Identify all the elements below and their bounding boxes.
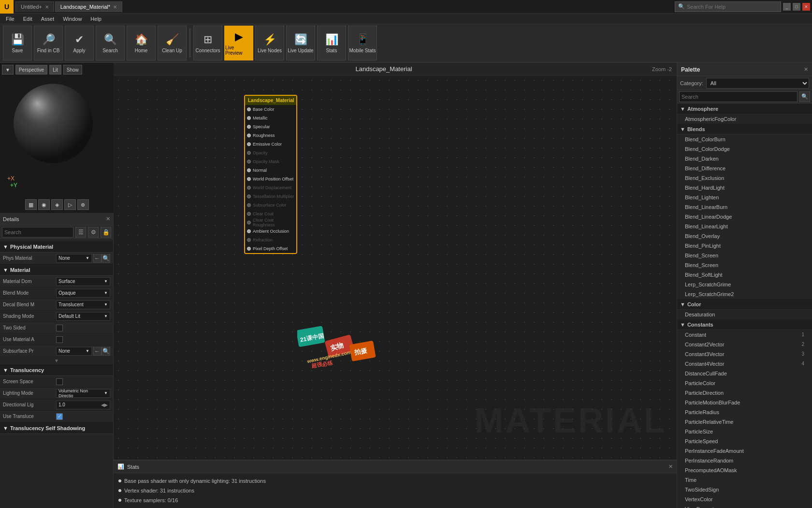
toolbar-mobilestats-button[interactable]: 📱 Mobile Stats <box>348 26 377 60</box>
pin-specular[interactable]: Specular <box>245 122 296 131</box>
menu-file[interactable]: File <box>2 14 18 24</box>
palette-section-atmosphere[interactable]: ▼ Atmosphere <box>677 104 812 114</box>
palette-item-particlesize[interactable]: ParticleSize <box>677 427 812 436</box>
palette-item-lerp-scratchgrime[interactable]: Lerp_ScratchGrime <box>677 280 812 289</box>
palette-item-particlecolor[interactable]: ParticleColor <box>677 378 812 388</box>
two-sided-checkbox[interactable] <box>56 325 63 331</box>
palette-item-vertexcolor[interactable]: VertexColor <box>677 494 812 504</box>
details-close-button[interactable]: ✕ <box>106 216 110 222</box>
toolbar-liveupdate-button[interactable]: 🔄 Live Update <box>286 26 315 60</box>
palette-item-time[interactable]: Time <box>677 475 812 485</box>
subsurface-search[interactable]: 🔍 <box>102 347 110 356</box>
menu-asset[interactable]: Asset <box>37 14 58 24</box>
vp-btn-1[interactable]: ▦ <box>25 199 37 210</box>
search-help-input[interactable] <box>687 4 778 10</box>
palette-item-blend-difference[interactable]: Blend_Difference <box>677 164 812 173</box>
phys-material-browse[interactable]: ← <box>93 254 102 263</box>
pin-metallic[interactable]: Metallic <box>245 114 296 122</box>
palette-search-input[interactable] <box>679 91 798 102</box>
decal-blend-value[interactable]: Translucent ▼ <box>56 300 110 309</box>
viewport-perspective-btn[interactable]: Perspective <box>15 65 47 75</box>
lighting-mode-value[interactable]: Volumetric Non Directio ▼ <box>56 389 110 398</box>
pin-base-color[interactable]: Base Color <box>245 105 296 114</box>
pin-emissive-color[interactable]: Emissive Color <box>245 140 296 149</box>
material-dom-value[interactable]: Surface ▼ <box>56 277 110 286</box>
toolbar-apply-button[interactable]: ✔ Apply <box>65 26 94 60</box>
palette-item-blend-pinlight[interactable]: Blend_PinLight <box>677 241 812 251</box>
details-lock-btn[interactable]: 🔒 <box>101 227 111 238</box>
pin-pixel-depth[interactable]: Pixel Depth Offset <box>245 244 296 253</box>
palette-item-blend-lighten[interactable]: Blend_Lighten <box>677 193 812 202</box>
palette-item-precomputedaomask[interactable]: PrecomputedAOMask <box>677 465 812 475</box>
viewport-lit-btn[interactable]: Lit <box>49 65 61 75</box>
palette-close-button[interactable]: ✕ <box>804 66 808 73</box>
toolbar-findincb-button[interactable]: 🔎 Find in CB <box>34 26 63 60</box>
viewport-arrow-btn[interactable]: ▼ <box>2 65 14 75</box>
toolbar-search-button[interactable]: 🔍 Search <box>96 26 125 60</box>
blend-mode-value[interactable]: Opaque ▼ <box>56 289 110 298</box>
palette-item-blend-screen-1[interactable]: Blend_Screen <box>677 251 812 260</box>
palette-item-blend-colorburn[interactable]: Blend_ColorBurn <box>677 134 812 144</box>
pin-roughness[interactable]: Roughness <box>245 131 296 140</box>
toolbar-home-button[interactable]: 🏠 Home <box>127 26 156 60</box>
section-translucency[interactable]: ▼ Translucency <box>0 364 113 376</box>
palette-item-blend-linearburn[interactable]: Blend_LinearBurn <box>677 202 812 212</box>
palette-item-lerp-scratchgrime2[interactable]: Lerp_ScratchGrime2 <box>677 289 812 299</box>
toolbar-livepreview-button[interactable]: ▶ Live Preview <box>224 26 253 60</box>
toolbar-connectors-button[interactable]: ⊞ Connectors <box>193 26 222 60</box>
material-node[interactable]: Landscape_Material Base Color Metallic S… <box>244 95 297 254</box>
use-material-a-checkbox[interactable] <box>56 336 63 343</box>
vp-btn-2[interactable]: ◉ <box>38 199 50 210</box>
menu-window[interactable]: Window <box>59 14 86 24</box>
vp-btn-3[interactable]: ◈ <box>51 199 63 210</box>
palette-item-blend-colordodge[interactable]: Blend_ColorDodge <box>677 144 812 154</box>
palette-item-blend-softlight[interactable]: Blend_SoftLight <box>677 270 812 280</box>
palette-item-desaturation[interactable]: Desaturation <box>677 310 812 319</box>
shading-mode-value[interactable]: Default Lit ▼ <box>56 312 110 321</box>
viewport-show-btn[interactable]: Show <box>63 65 82 75</box>
close-button[interactable]: ✕ <box>802 3 810 11</box>
tab-landscape-material[interactable]: Landscape_Material* ✕ <box>55 1 122 12</box>
palette-item-perinstancerandom[interactable]: PerInstanceRandom <box>677 456 812 465</box>
use-transluce-checkbox[interactable]: ✓ <box>56 413 63 420</box>
palette-section-blends[interactable]: ▼ Blends <box>677 124 812 134</box>
palette-search-button[interactable]: 🔍 <box>799 91 810 102</box>
minimize-button[interactable]: _ <box>783 3 791 11</box>
palette-item-particlemotionblurfade[interactable]: ParticleMotionBlurFade <box>677 398 812 407</box>
palette-item-twosidedsign[interactable]: TwoSidedSign <box>677 485 812 494</box>
palette-item-constant4vector[interactable]: Constant4Vector 4 <box>677 359 812 369</box>
palette-item-blend-exclusion[interactable]: Blend_Exclusion <box>677 173 812 183</box>
palette-item-blend-overlay[interactable]: Blend_Overlay <box>677 231 812 241</box>
vp-btn-5[interactable]: ⊕ <box>77 199 89 210</box>
palette-item-particlerelativetime[interactable]: ParticleRelativeTime <box>677 417 812 427</box>
palette-section-color[interactable]: ▼ Color <box>677 299 812 310</box>
tab-untitled[interactable]: Untitled+ ✕ <box>15 1 54 12</box>
details-list-view-btn[interactable]: ☰ <box>75 227 86 238</box>
toolbar-cleanup-button[interactable]: 🧹 Clean Up <box>158 26 187 60</box>
tab-close-untitled[interactable]: ✕ <box>45 4 49 10</box>
vp-btn-4[interactable]: ▷ <box>64 199 76 210</box>
toolbar-stats-button[interactable]: 📊 Stats <box>317 26 346 60</box>
node-canvas[interactable]: Landscape_Material Base Color Metallic S… <box>114 75 677 460</box>
palette-item-blend-darken[interactable]: Blend_Darken <box>677 154 812 164</box>
palette-item-constant2vector[interactable]: Constant2Vector 2 <box>677 340 812 349</box>
section-material[interactable]: ▼ Material <box>0 264 113 276</box>
phys-material-search[interactable]: 🔍 <box>102 254 110 263</box>
details-search-input[interactable] <box>2 227 73 238</box>
subsurface-browse[interactable]: ← <box>93 347 102 356</box>
stats-close-button[interactable]: ✕ <box>668 463 673 470</box>
palette-item-particledirection[interactable]: ParticleDirection <box>677 388 812 398</box>
palette-item-blend-linearlight[interactable]: Blend_LinearLight <box>677 222 812 231</box>
palette-item-atmosphericfogcolor[interactable]: AtmosphericFogColor <box>677 114 812 124</box>
subsurface-pr-value[interactable]: None ▼ <box>56 347 92 356</box>
pin-ambient-occlusion[interactable]: Ambient Occlusion <box>245 227 296 236</box>
palette-section-constants[interactable]: ▼ Constants <box>677 319 812 330</box>
palette-item-constant3vector[interactable]: Constant3Vector 3 <box>677 349 812 359</box>
palette-item-viewproperty[interactable]: ViewProperty <box>677 504 812 508</box>
toolbar-livenodes-button[interactable]: ⚡ Live Nodes <box>255 26 284 60</box>
palette-item-particlespeed[interactable]: ParticleSpeed <box>677 436 812 446</box>
section-physical-material[interactable]: ▼ Physical Material <box>0 241 113 253</box>
phys-material-value[interactable]: None ▼ <box>56 254 92 263</box>
category-select[interactable]: All <box>706 78 809 89</box>
pin-normal[interactable]: Normal <box>245 166 296 175</box>
